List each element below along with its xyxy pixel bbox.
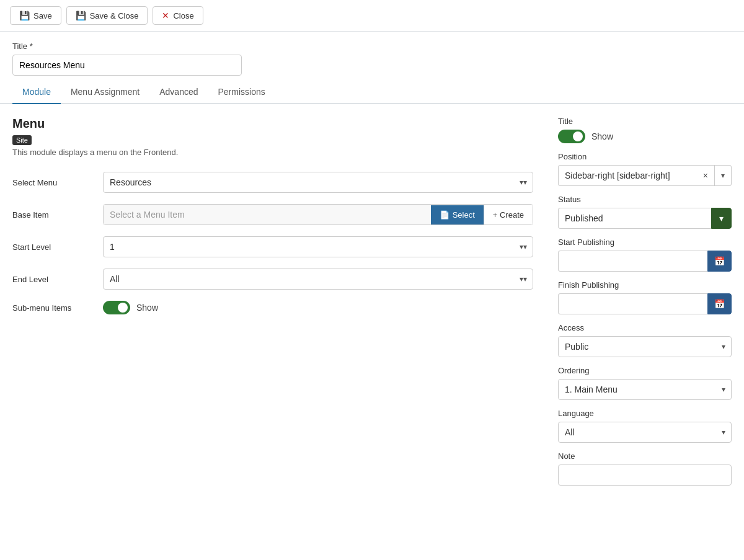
- file-icon: 📄: [440, 210, 450, 220]
- end-level-select[interactable]: All 1 2 3 4 5: [103, 269, 533, 290]
- sub-menu-items-row: Sub-menu Items Show: [12, 301, 533, 314]
- start-publishing-input[interactable]: [558, 251, 707, 272]
- start-level-label: Start Level: [12, 242, 93, 252]
- save-close-button[interactable]: 💾 Save & Close: [66, 6, 148, 25]
- base-item-control: Select a Menu Item 📄 Select + Create: [103, 204, 533, 225]
- title-toggle-track: [558, 130, 585, 143]
- module-description: This module displays a menu on the Front…: [12, 148, 533, 157]
- start-level-wrap: 1 2 3 4 5 ▾: [103, 236, 533, 257]
- select-menu-control: Resources Main Menu Footer Menu ▾: [103, 172, 533, 193]
- status-select[interactable]: Published Unpublished Trashed: [558, 208, 711, 229]
- title-toggle[interactable]: [558, 130, 585, 143]
- right-start-publishing-label: Start Publishing: [558, 238, 732, 247]
- title-section: Title *: [0, 32, 744, 81]
- close-label: Close: [173, 11, 193, 20]
- content-area: Menu Site This module displays a menu on…: [0, 104, 744, 538]
- base-item-row: Base Item Select a Menu Item 📄 Select + …: [12, 204, 533, 225]
- select-menu-label: Select Menu: [12, 178, 93, 187]
- toolbar: 💾 Save 💾 Save & Close ✕ Close: [0, 0, 744, 32]
- base-item-field: Select a Menu Item 📄 Select + Create: [103, 204, 533, 225]
- right-position-label: Position: [558, 152, 732, 161]
- title-toggle-thumb: [573, 131, 583, 141]
- save-close-label: Save & Close: [90, 11, 139, 20]
- save-close-icon: 💾: [76, 11, 86, 20]
- select-btn-label: Select: [453, 210, 475, 220]
- language-select[interactable]: All English (en-GB): [558, 422, 732, 443]
- sub-menu-toggle-wrap: Show: [103, 301, 533, 314]
- ordering-wrap: 1. Main Menu 2. Resources Menu ▾: [558, 379, 732, 400]
- toggle-track: [103, 301, 130, 314]
- position-clear-button[interactable]: ×: [697, 165, 715, 186]
- start-level-select[interactable]: 1 2 3 4 5: [103, 236, 533, 257]
- title-field-label: Title *: [12, 42, 732, 51]
- tab-module-label: Module: [22, 87, 51, 97]
- right-panel: Title Show Position Sidebar-right [sideb…: [558, 117, 732, 526]
- start-level-control: 1 2 3 4 5 ▾: [103, 236, 533, 257]
- right-access-label: Access: [558, 323, 732, 332]
- start-publishing-row: 📅: [558, 251, 732, 272]
- position-chevron-icon: ▾: [721, 171, 725, 180]
- tab-menu-assignment[interactable]: Menu Assignment: [61, 81, 149, 104]
- tab-module[interactable]: Module: [12, 81, 61, 104]
- calendar-icon: 📅: [714, 256, 725, 266]
- end-level-control: All 1 2 3 4 5 ▾: [103, 269, 533, 290]
- finish-publishing-input[interactable]: [558, 293, 707, 314]
- tab-permissions[interactable]: Permissions: [208, 81, 275, 104]
- end-level-label: End Level: [12, 275, 93, 284]
- position-select[interactable]: Sidebar-right [sidebar-right]: [558, 165, 697, 186]
- save-label: Save: [33, 11, 52, 20]
- tab-permissions-label: Permissions: [218, 87, 265, 97]
- save-button[interactable]: 💾 Save: [10, 6, 61, 25]
- start-level-row: Start Level 1 2 3 4 5 ▾: [12, 236, 533, 257]
- title-toggle-row: Show: [558, 130, 732, 143]
- access-select[interactable]: Public Guest Registered Special Super Us…: [558, 336, 732, 357]
- status-row: Published Unpublished Trashed ▾: [558, 208, 732, 229]
- base-item-label: Base Item: [12, 210, 93, 220]
- close-icon: ✕: [162, 11, 169, 20]
- finish-publishing-row: 📅: [558, 293, 732, 314]
- base-item-select-button[interactable]: 📄 Select: [431, 205, 484, 224]
- finish-publishing-calendar-button[interactable]: 📅: [707, 293, 732, 314]
- right-title-label: Title: [558, 117, 732, 126]
- sub-menu-show-label: Show: [136, 303, 158, 313]
- ordering-select[interactable]: 1. Main Menu 2. Resources Menu: [558, 379, 732, 400]
- right-note-label: Note: [558, 451, 732, 461]
- end-level-row: End Level All 1 2 3 4 5 ▾: [12, 269, 533, 290]
- tabs-bar: Module Menu Assignment Advanced Permissi…: [0, 81, 744, 104]
- select-menu-wrap: Resources Main Menu Footer Menu ▾: [103, 172, 533, 193]
- note-input[interactable]: [558, 464, 732, 486]
- required-marker: *: [30, 42, 33, 51]
- save-icon: 💾: [19, 11, 30, 20]
- start-publishing-calendar-button[interactable]: 📅: [707, 251, 732, 272]
- select-menu-select[interactable]: Resources Main Menu Footer Menu: [103, 172, 533, 193]
- sub-menu-items-control: Show: [103, 301, 533, 314]
- right-ordering-label: Ordering: [558, 366, 732, 375]
- language-wrap: All English (en-GB) ▾: [558, 422, 732, 443]
- right-language-label: Language: [558, 409, 732, 418]
- title-label-text: Title: [12, 42, 27, 51]
- position-chevron-button[interactable]: ▾: [715, 165, 732, 186]
- end-level-wrap: All 1 2 3 4 5 ▾: [103, 269, 533, 290]
- right-finish-publishing-label: Finish Publishing: [558, 280, 732, 290]
- status-chevron-icon: ▾: [719, 213, 724, 223]
- access-wrap: Public Guest Registered Special Super Us…: [558, 336, 732, 357]
- module-heading: Menu: [12, 117, 533, 131]
- clear-icon: ×: [703, 171, 708, 180]
- toggle-thumb: [118, 303, 128, 313]
- site-badge: Site: [12, 135, 32, 145]
- base-item-create-button[interactable]: + Create: [484, 205, 533, 224]
- right-status-label: Status: [558, 195, 732, 204]
- tab-advanced[interactable]: Advanced: [149, 81, 208, 104]
- create-btn-label: + Create: [493, 210, 524, 220]
- tab-menu-assignment-label: Menu Assignment: [71, 87, 140, 97]
- status-dropdown-button[interactable]: ▾: [711, 208, 732, 229]
- finish-calendar-icon: 📅: [714, 299, 725, 309]
- tab-advanced-label: Advanced: [159, 87, 198, 97]
- position-row: Sidebar-right [sidebar-right] × ▾: [558, 165, 732, 186]
- base-item-placeholder: Select a Menu Item: [104, 205, 431, 224]
- sub-menu-toggle[interactable]: [103, 301, 130, 314]
- title-input[interactable]: [12, 55, 242, 76]
- close-button[interactable]: ✕ Close: [153, 6, 203, 25]
- title-show-label: Show: [591, 131, 613, 141]
- left-panel: Menu Site This module displays a menu on…: [12, 117, 558, 526]
